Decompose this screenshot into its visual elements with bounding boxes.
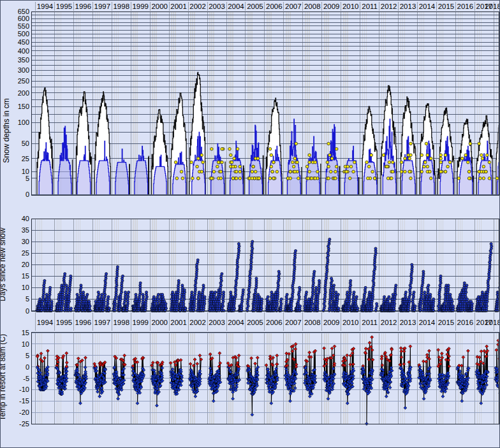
svg-text:2010: 2010 [342, 3, 359, 10]
svg-text:2007: 2007 [285, 3, 302, 10]
svg-text:2002: 2002 [189, 3, 206, 10]
svg-text:1999: 1999 [132, 3, 149, 10]
snow-depth-season-1998 [115, 149, 129, 194]
svg-text:600: 600 [18, 15, 29, 22]
svg-text:2004: 2004 [228, 3, 244, 10]
svg-text:1998: 1998 [113, 3, 129, 10]
svg-text:-10: -10 [19, 386, 29, 393]
svg-text:1995: 1995 [56, 319, 73, 326]
svg-text:-15: -15 [19, 397, 29, 405]
snow-depth-season-1995 [58, 126, 72, 194]
svg-text:2015: 2015 [438, 319, 455, 326]
svg-text:10: 10 [22, 284, 29, 291]
svg-text:2006: 2006 [266, 319, 283, 326]
svg-text:25: 25 [22, 155, 29, 163]
svg-text:2008: 2008 [304, 319, 321, 326]
svg-text:10: 10 [22, 340, 29, 348]
svg-text:2013: 2013 [400, 3, 416, 10]
svg-text:2012: 2012 [381, 3, 397, 10]
svg-text:1996: 1996 [75, 319, 92, 326]
history-chart-svg: 6506005505004504003503002502001501005025… [1, 1, 500, 448]
temperature-season-2018 [494, 331, 500, 421]
days-since-snow-season-2006 [265, 270, 283, 312]
svg-text:2018: 2018 [485, 319, 500, 326]
svg-text:2003: 2003 [209, 319, 225, 326]
svg-text:1998: 1998 [113, 319, 129, 326]
days-since-snow-season-2016 [456, 282, 473, 312]
svg-text:30: 30 [22, 238, 29, 245]
svg-text:5: 5 [26, 352, 29, 359]
svg-text:2010: 2010 [342, 319, 359, 326]
svg-text:-5: -5 [23, 375, 29, 382]
days-since-snow-season-2012 [380, 284, 397, 312]
svg-text:1994: 1994 [37, 319, 54, 326]
axis-tick-labels: 6506005505004504003503002502001501005025… [18, 8, 29, 428]
svg-text:0: 0 [26, 191, 29, 198]
svg-text:2016: 2016 [457, 319, 474, 326]
svg-text:15: 15 [22, 329, 29, 336]
svg-text:2018: 2018 [485, 3, 500, 10]
days-since-snow-season-1998 [112, 266, 130, 312]
svg-text:2011: 2011 [362, 3, 378, 10]
days-since-snow-season-1999 [131, 282, 148, 312]
svg-text:450: 450 [18, 38, 29, 46]
days-since-snow-season-2008 [304, 270, 321, 312]
svg-text:1996: 1996 [75, 3, 92, 10]
svg-text:2016: 2016 [457, 3, 474, 10]
svg-text:1995: 1995 [56, 3, 73, 10]
svg-text:250: 250 [18, 77, 29, 85]
snow-axis-title: Snow depths in cm [1, 65, 11, 196]
svg-text:2004: 2004 [228, 319, 244, 326]
svg-text:2014: 2014 [419, 3, 436, 10]
svg-text:2007: 2007 [285, 319, 302, 326]
svg-text:-25: -25 [19, 420, 29, 428]
svg-text:0: 0 [26, 363, 29, 371]
svg-text:0: 0 [26, 307, 29, 315]
temp-axis-title: Temp in resort at 8am (C) [0, 329, 8, 425]
svg-text:-20: -20 [19, 408, 29, 416]
snow-depth-season-2006 [266, 98, 283, 194]
svg-text:1997: 1997 [94, 319, 111, 326]
svg-text:25: 25 [22, 249, 29, 257]
svg-text:20: 20 [22, 261, 29, 268]
svg-text:2009: 2009 [323, 319, 340, 326]
svg-text:150: 150 [18, 103, 29, 110]
svg-text:350: 350 [18, 56, 29, 64]
svg-text:50: 50 [22, 140, 29, 147]
svg-text:2002: 2002 [189, 319, 206, 326]
snow-depth-season-2015 [438, 108, 454, 194]
svg-text:500: 500 [18, 30, 29, 38]
svg-text:2003: 2003 [209, 3, 225, 10]
days-axis-title: Days since new snow [0, 217, 8, 312]
svg-text:2001: 2001 [170, 3, 187, 10]
snow-depth-season-2008 [305, 136, 320, 194]
svg-text:2013: 2013 [400, 319, 416, 326]
days-since-snow-season-2001 [170, 279, 187, 312]
svg-text:100: 100 [18, 119, 29, 126]
svg-text:2006: 2006 [266, 3, 283, 10]
svg-text:200: 200 [18, 89, 29, 97]
svg-text:2008: 2008 [304, 3, 321, 10]
svg-text:2000: 2000 [151, 3, 168, 10]
snow-depth-season-2002 [189, 72, 205, 194]
svg-text:2000: 2000 [151, 319, 168, 326]
snow-depth-season-2007 [286, 119, 301, 194]
snow-depth-season-2004 [228, 141, 244, 195]
snow-history-screen: 6506005505004504003503002502001501005025… [0, 0, 500, 448]
days-since-snow-season-1997 [94, 273, 111, 312]
days-since-snow-season-1996 [74, 284, 92, 312]
svg-text:550: 550 [18, 22, 29, 30]
svg-text:2001: 2001 [170, 319, 187, 326]
svg-text:1997: 1997 [94, 3, 111, 10]
svg-text:5: 5 [26, 175, 29, 182]
svg-text:2009: 2009 [323, 3, 340, 10]
svg-text:1994: 1994 [37, 3, 54, 10]
svg-text:5: 5 [26, 295, 29, 303]
svg-text:650: 650 [18, 8, 29, 15]
svg-text:1999: 1999 [132, 319, 149, 326]
days-since-snow-season-2003 [208, 273, 225, 312]
chart-data-layer [36, 72, 500, 425]
svg-text:300: 300 [18, 66, 29, 74]
svg-text:2011: 2011 [362, 319, 378, 326]
snow-depth-season-1999 [135, 147, 149, 195]
